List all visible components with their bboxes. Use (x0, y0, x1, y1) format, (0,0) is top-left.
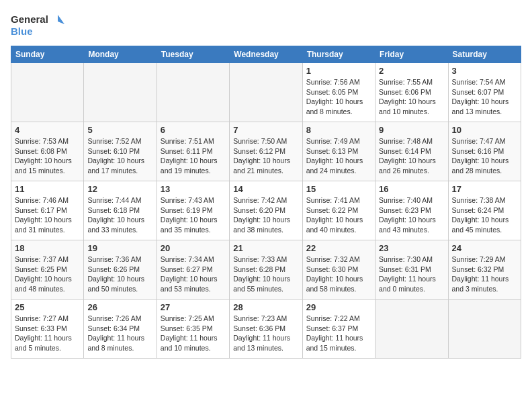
day-number: 12 (87, 184, 152, 194)
col-header-friday: Friday (375, 46, 448, 63)
day-info: Sunrise: 7:23 AM Sunset: 6:36 PM Dayligh… (233, 314, 298, 353)
calendar-cell: 24Sunrise: 7:29 AM Sunset: 6:32 PM Dayli… (448, 240, 521, 300)
col-header-sunday: Sunday (11, 46, 84, 63)
day-info: Sunrise: 7:47 AM Sunset: 6:16 PM Dayligh… (452, 136, 517, 176)
day-info: Sunrise: 7:33 AM Sunset: 6:28 PM Dayligh… (233, 255, 298, 294)
day-info: Sunrise: 7:29 AM Sunset: 6:32 PM Dayligh… (452, 255, 517, 294)
page-header: General Blue (11, 11, 521, 40)
day-info: Sunrise: 7:55 AM Sunset: 6:06 PM Dayligh… (379, 77, 444, 117)
calendar-cell: 8Sunrise: 7:49 AM Sunset: 6:13 PM Daylig… (302, 122, 375, 181)
calendar-cell: 27Sunrise: 7:25 AM Sunset: 6:35 PM Dayli… (157, 300, 229, 359)
day-number: 17 (452, 184, 517, 194)
day-info: Sunrise: 7:30 AM Sunset: 6:31 PM Dayligh… (379, 255, 444, 294)
calendar-cell: 17Sunrise: 7:38 AM Sunset: 6:24 PM Dayli… (448, 181, 521, 240)
day-number: 2 (379, 66, 444, 76)
calendar-cell (230, 63, 302, 122)
svg-text:General: General (11, 13, 48, 25)
calendar-cell: 18Sunrise: 7:37 AM Sunset: 6:25 PM Dayli… (11, 240, 84, 300)
calendar-cell: 22Sunrise: 7:32 AM Sunset: 6:30 PM Dayli… (302, 240, 375, 300)
day-info: Sunrise: 7:38 AM Sunset: 6:24 PM Dayligh… (452, 195, 517, 235)
day-number: 11 (15, 184, 80, 194)
day-info: Sunrise: 7:37 AM Sunset: 6:25 PM Dayligh… (15, 255, 80, 294)
calendar-cell: 26Sunrise: 7:26 AM Sunset: 6:34 PM Dayli… (84, 300, 157, 359)
day-number: 13 (161, 184, 226, 194)
col-header-thursday: Thursday (302, 46, 375, 63)
day-info: Sunrise: 7:51 AM Sunset: 6:11 PM Dayligh… (161, 136, 226, 176)
calendar-week-4: 18Sunrise: 7:37 AM Sunset: 6:25 PM Dayli… (11, 240, 521, 300)
calendar-week-5: 25Sunrise: 7:27 AM Sunset: 6:33 PM Dayli… (11, 300, 521, 359)
svg-text:Blue: Blue (11, 26, 33, 37)
day-info: Sunrise: 7:27 AM Sunset: 6:33 PM Dayligh… (15, 314, 80, 353)
day-number: 9 (379, 125, 444, 135)
day-info: Sunrise: 7:48 AM Sunset: 6:14 PM Dayligh… (379, 136, 444, 176)
calendar-cell (448, 300, 521, 359)
day-number: 27 (161, 302, 226, 312)
col-header-wednesday: Wednesday (230, 46, 302, 63)
day-info: Sunrise: 7:54 AM Sunset: 6:07 PM Dayligh… (452, 77, 517, 117)
day-number: 18 (15, 243, 80, 253)
calendar-week-1: 1Sunrise: 7:56 AM Sunset: 6:05 PM Daylig… (11, 63, 521, 122)
calendar-cell: 16Sunrise: 7:40 AM Sunset: 6:23 PM Dayli… (375, 181, 448, 240)
calendar-cell (84, 63, 157, 122)
col-header-tuesday: Tuesday (157, 46, 229, 63)
day-number: 29 (306, 302, 371, 312)
day-info: Sunrise: 7:34 AM Sunset: 6:27 PM Dayligh… (161, 255, 226, 294)
day-number: 20 (161, 243, 226, 253)
day-info: Sunrise: 7:49 AM Sunset: 6:13 PM Dayligh… (306, 136, 371, 176)
calendar-cell: 6Sunrise: 7:51 AM Sunset: 6:11 PM Daylig… (157, 122, 229, 181)
calendar-cell: 10Sunrise: 7:47 AM Sunset: 6:16 PM Dayli… (448, 122, 521, 181)
calendar-cell: 14Sunrise: 7:42 AM Sunset: 6:20 PM Dayli… (230, 181, 302, 240)
day-number: 19 (87, 243, 152, 253)
calendar-cell: 9Sunrise: 7:48 AM Sunset: 6:14 PM Daylig… (375, 122, 448, 181)
calendar-cell: 20Sunrise: 7:34 AM Sunset: 6:27 PM Dayli… (157, 240, 229, 300)
calendar-cell (375, 300, 448, 359)
calendar-cell: 21Sunrise: 7:33 AM Sunset: 6:28 PM Dayli… (230, 240, 302, 300)
day-number: 10 (452, 125, 517, 135)
day-number: 8 (306, 125, 371, 135)
day-info: Sunrise: 7:40 AM Sunset: 6:23 PM Dayligh… (379, 195, 444, 235)
day-number: 1 (306, 66, 371, 76)
day-info: Sunrise: 7:25 AM Sunset: 6:35 PM Dayligh… (161, 314, 226, 353)
calendar-cell: 11Sunrise: 7:46 AM Sunset: 6:17 PM Dayli… (11, 181, 84, 240)
day-info: Sunrise: 7:50 AM Sunset: 6:12 PM Dayligh… (233, 136, 298, 176)
day-number: 5 (87, 125, 152, 135)
day-number: 28 (233, 302, 298, 312)
col-header-saturday: Saturday (448, 46, 521, 63)
calendar-cell (11, 63, 84, 122)
logo-svg: General Blue (11, 11, 64, 40)
day-info: Sunrise: 7:46 AM Sunset: 6:17 PM Dayligh… (15, 195, 80, 235)
calendar-cell: 25Sunrise: 7:27 AM Sunset: 6:33 PM Dayli… (11, 300, 84, 359)
day-number: 25 (15, 302, 80, 312)
day-info: Sunrise: 7:32 AM Sunset: 6:30 PM Dayligh… (306, 255, 371, 294)
day-number: 21 (233, 243, 298, 253)
day-info: Sunrise: 7:41 AM Sunset: 6:22 PM Dayligh… (306, 195, 371, 235)
day-number: 6 (161, 125, 226, 135)
day-info: Sunrise: 7:42 AM Sunset: 6:20 PM Dayligh… (233, 195, 298, 235)
day-number: 23 (379, 243, 444, 253)
calendar-week-2: 4Sunrise: 7:53 AM Sunset: 6:08 PM Daylig… (11, 122, 521, 181)
day-number: 26 (87, 302, 152, 312)
day-info: Sunrise: 7:53 AM Sunset: 6:08 PM Dayligh… (15, 136, 80, 176)
calendar-cell: 29Sunrise: 7:22 AM Sunset: 6:37 PM Dayli… (302, 300, 375, 359)
calendar-cell: 1Sunrise: 7:56 AM Sunset: 6:05 PM Daylig… (302, 63, 375, 122)
day-number: 4 (15, 125, 80, 135)
day-number: 7 (233, 125, 298, 135)
day-info: Sunrise: 7:36 AM Sunset: 6:26 PM Dayligh… (87, 255, 152, 294)
calendar-cell: 4Sunrise: 7:53 AM Sunset: 6:08 PM Daylig… (11, 122, 84, 181)
svg-marker-2 (58, 15, 64, 24)
calendar-cell: 12Sunrise: 7:44 AM Sunset: 6:18 PM Dayli… (84, 181, 157, 240)
day-number: 16 (379, 184, 444, 194)
day-info: Sunrise: 7:44 AM Sunset: 6:18 PM Dayligh… (87, 195, 152, 235)
day-number: 24 (452, 243, 517, 253)
calendar-cell: 13Sunrise: 7:43 AM Sunset: 6:19 PM Dayli… (157, 181, 229, 240)
day-number: 22 (306, 243, 371, 253)
calendar-cell: 15Sunrise: 7:41 AM Sunset: 6:22 PM Dayli… (302, 181, 375, 240)
col-header-monday: Monday (84, 46, 157, 63)
calendar-cell: 19Sunrise: 7:36 AM Sunset: 6:26 PM Dayli… (84, 240, 157, 300)
logo: General Blue (11, 11, 64, 40)
day-info: Sunrise: 7:52 AM Sunset: 6:10 PM Dayligh… (87, 136, 152, 176)
calendar-cell: 28Sunrise: 7:23 AM Sunset: 6:36 PM Dayli… (230, 300, 302, 359)
day-info: Sunrise: 7:56 AM Sunset: 6:05 PM Dayligh… (306, 77, 371, 117)
calendar-table: SundayMondayTuesdayWednesdayThursdayFrid… (11, 46, 521, 359)
day-info: Sunrise: 7:43 AM Sunset: 6:19 PM Dayligh… (161, 195, 226, 235)
